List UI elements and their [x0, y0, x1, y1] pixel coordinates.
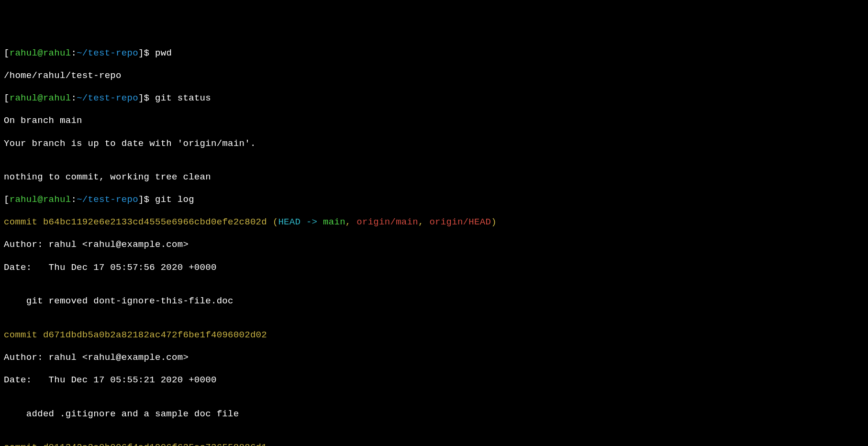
commit-label: commit: [4, 330, 43, 340]
prompt-sep: :: [71, 93, 77, 103]
bracket-open: [: [4, 48, 10, 58]
commit-2-date: Date: Thu Dec 17 05:55:21 2020 +0000: [4, 375, 864, 386]
branch-main: main: [323, 217, 345, 227]
comma: ,: [345, 217, 356, 227]
prompt-path: ~/test-repo: [77, 48, 138, 58]
head-pointer: HEAD ->: [278, 217, 323, 227]
remote-origin-main: origin/main: [356, 217, 418, 227]
prompt-path: ~/test-repo: [77, 93, 138, 103]
bracket-open: [: [4, 93, 10, 103]
bracket-open: [: [4, 194, 10, 205]
prompt-line-log: [rahul@rahul:~/test-repo]$ git log: [4, 194, 864, 206]
paren-open: (: [267, 217, 278, 227]
prompt-sep: :: [71, 48, 77, 58]
cmd-pwd: pwd: [155, 48, 172, 58]
prompt-user: rahul@rahul: [10, 93, 71, 103]
commit-label: commit: [4, 442, 43, 446]
commit-2-message: added .gitignore and a sample doc file: [4, 409, 864, 420]
bracket-close: ]: [138, 93, 144, 103]
output-pwd: /home/rahul/test-repo: [4, 70, 864, 82]
commit-1-date: Date: Thu Dec 17 05:57:56 2020 +0000: [4, 262, 864, 274]
prompt-line-pwd: [rahul@rahul:~/test-repo]$ pwd: [4, 48, 864, 59]
prompt-dollar: $: [144, 194, 150, 205]
cmd-git-log: git log: [155, 194, 194, 205]
bracket-close: ]: [138, 194, 144, 205]
prompt-dollar: $: [144, 93, 150, 103]
comma: ,: [418, 217, 429, 227]
prompt-path: ~/test-repo: [77, 194, 138, 205]
commit-2-header: commit d671dbdb5a0b2a82182ac472f6be1f409…: [4, 330, 864, 341]
status-branch: On branch main: [4, 115, 864, 127]
commit-2-author: Author: rahul <rahul@example.com>: [4, 352, 864, 364]
cmd-git-status: git status: [155, 93, 211, 103]
commit-hash: d011342a2a0b006f4ad1906f635ec736558886d1: [43, 442, 267, 446]
commit-hash: b64bc1192e6e2133cd4555e6966cbd0efe2c802d: [43, 217, 267, 227]
commit-label: commit: [4, 217, 43, 227]
commit-1-header: commit b64bc1192e6e2133cd4555e6966cbd0ef…: [4, 217, 864, 228]
commit-hash: d671dbdb5a0b2a82182ac472f6be1f4096002d02: [43, 330, 267, 340]
commit-1-message: git removed dont-ignore-this-file.doc: [4, 296, 864, 307]
terminal[interactable]: [rahul@rahul:~/test-repo]$ pwd /home/rah…: [4, 48, 864, 446]
prompt-line-status: [rahul@rahul:~/test-repo]$ git status: [4, 93, 864, 104]
prompt-user: rahul@rahul: [10, 48, 71, 58]
remote-origin-head: origin/HEAD: [429, 217, 491, 227]
commit-3-header: commit d011342a2a0b006f4ad1906f635ec7365…: [4, 442, 864, 446]
bracket-close: ]: [138, 48, 144, 58]
prompt-dollar: $: [144, 48, 150, 58]
status-uptodate: Your branch is up to date with 'origin/m…: [4, 138, 864, 150]
prompt-sep: :: [71, 194, 77, 205]
commit-1-author: Author: rahul <rahul@example.com>: [4, 239, 864, 251]
status-clean: nothing to commit, working tree clean: [4, 172, 864, 183]
prompt-user: rahul@rahul: [10, 194, 71, 205]
paren-close: ): [491, 217, 497, 227]
